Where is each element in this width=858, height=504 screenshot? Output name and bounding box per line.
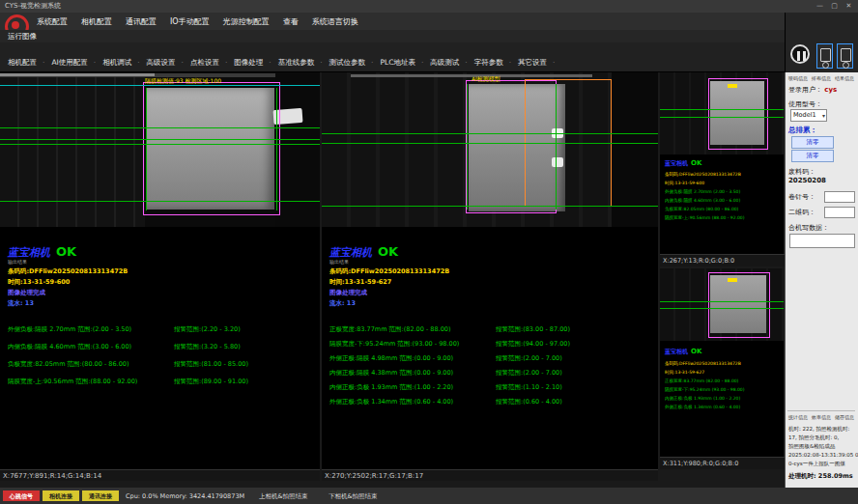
menu-camera-config[interactable]: 相机配置: [81, 16, 112, 27]
tab-run-image[interactable]: 运行图像: [8, 32, 37, 42]
toolbar-items: 相机配置 AI使用配置 相机调试 高级设置 点检设置 图像处理 基准线参数 测试…: [8, 58, 555, 68]
stats-tab[interactable]: 统计信息: [788, 414, 808, 420]
result-sub: 输出结果: [329, 259, 349, 265]
statusbar: 心跳信号 相机连接 通讯连接 Cpu: 0.0% Memory: 3424.41…: [0, 488, 858, 504]
camera-image-thumb-top[interactable]: [660, 72, 784, 154]
stats-tabs: 统计信息 效率信息 储存信息: [788, 414, 854, 420]
time-text: 时间:13-31-59-600: [665, 181, 704, 185]
batch-row: 废料码：: [788, 167, 815, 177]
divider: [787, 410, 855, 411]
minimize-icon[interactable]: —: [813, 0, 827, 13]
result-line: 蓝宝相机 OK: [665, 348, 701, 356]
maximize-icon[interactable]: ▢: [827, 0, 842, 13]
camera-link-indicator: 相机连接: [43, 490, 79, 501]
stats-line: 拍照图板&检陷成品: [788, 443, 835, 450]
barcode-text: 条码码:DFFliw2025020813313472B: [329, 267, 449, 276]
tb-ai-config[interactable]: AI使用配置: [51, 58, 96, 68]
tb-advanced-test[interactable]: 高级测试: [430, 58, 467, 68]
measurement-row: 负极宽度:82.05mm 范围:(80.00 - 86.00) 报警范围:(81…: [8, 360, 248, 369]
camera-lens-icon: [843, 62, 849, 69]
tb-other-settings[interactable]: 其它设置: [518, 58, 555, 68]
camera-image-left[interactable]: 隔膜检测值:93 检测区域:100: [0, 72, 320, 227]
batch-label: 废料码：: [788, 168, 815, 176]
tb-camera-debug[interactable]: 相机调试: [102, 58, 139, 68]
lower-camera-status: 下相机&拍照结束: [329, 492, 378, 501]
guide-line-green: [0, 201, 320, 202]
barcode-text: 条码码:DFFliw2025020813313472B: [665, 361, 741, 366]
guide-line-green: [660, 117, 784, 118]
stats-line: 0-cys一件上报队一图煤: [788, 461, 845, 467]
tb-baseline-params[interactable]: 基准线参数: [278, 58, 323, 68]
pixel-coords-left: X:7677;Y:891;R:14;G:14;B:14: [0, 469, 320, 481]
measurement-text: 外侧正极:隔膜 4.98mm 范围:(0.00 - 9.00): [329, 354, 496, 363]
serial-text: 流水: 13: [8, 299, 34, 308]
measurement-text: 正极宽度:83.77mm (82.00 - 88.00): [665, 378, 738, 383]
measurement-text: 内侧正极:负极 1.93mm 范围:(1.00 - 2.20): [329, 383, 496, 392]
result-line: 蓝宝相机 OK: [665, 159, 701, 168]
reset-count-button-1[interactable]: 清零: [791, 136, 834, 149]
menu-system-config[interactable]: 系统配置: [37, 16, 68, 27]
machine-write-label: 合机写数据：: [788, 223, 829, 233]
menu-io-manual-config[interactable]: IO手动配置: [170, 16, 210, 27]
close-icon[interactable]: ✕: [842, 0, 856, 13]
model-select[interactable]: Model1: [790, 109, 827, 122]
guide-line-green: [660, 301, 784, 302]
camera-image-thumb-bottom[interactable]: [660, 268, 784, 341]
window-title: CYS-视觉检测系统: [5, 2, 61, 10]
measurement-row: 隔膜宽度-上:90.56mm 范围:(88.00 - 92.00) 报警范围:(…: [8, 378, 248, 386]
menu-light-control-config[interactable]: 光源控制配置: [223, 16, 270, 27]
upper-camera-button[interactable]: [816, 43, 833, 69]
overlay-label: 隔膜检测值:93 检测区域:100: [145, 77, 221, 86]
qrcode-input[interactable]: [824, 207, 855, 218]
tb-camera-config[interactable]: 相机配置: [8, 58, 44, 68]
warn-range-text: 报警范围:(81.00 - 85.00): [174, 360, 248, 369]
roi-outline-magenta: [708, 272, 770, 338]
result-ok-badge: OK: [691, 348, 701, 355]
measurement-text: 外侧负极:隔膜 2.70mm (2.00 - 3.50): [665, 189, 740, 194]
tb-image-processing[interactable]: 图像处理: [234, 58, 271, 68]
stats-tab[interactable]: 效率信息: [812, 414, 831, 420]
reel-pin-input[interactable]: [824, 191, 855, 203]
pause-button[interactable]: [790, 44, 810, 64]
guide-line-green: [0, 144, 320, 145]
reset-count-button-2[interactable]: 清零: [791, 150, 834, 162]
machine-write-input[interactable]: [789, 234, 855, 248]
tb-char-params[interactable]: 字符参数: [474, 58, 511, 68]
tb-plc-address-table[interactable]: PLC地址表: [380, 58, 423, 68]
panel-tab[interactable]: 结果信息: [835, 75, 854, 81]
process-status-text: 图像处理完成: [8, 289, 45, 297]
camera-image-mid[interactable]: AI检测模型: [322, 72, 658, 227]
camera-lens-icon: [822, 62, 829, 69]
warn-range-text: 报警范围:(0.60 - 4.00): [496, 398, 562, 406]
measurement-row: 正极宽度:83.77mm 范围:(82.00 - 88.00) 报警范围:(83…: [329, 325, 570, 334]
tb-test-position-params[interactable]: 测试位参数: [329, 58, 374, 68]
stats-tab[interactable]: 储存信息: [835, 414, 854, 420]
menu-items: 系统配置 相机配置 通讯配置 IO手动配置 光源控制配置 查看 系统语言切换: [37, 16, 358, 27]
cpu-memory-text: Cpu: 0.0% Memory: 3424.41790873M: [126, 492, 244, 500]
camera-result-title: 蓝宝相机: [329, 245, 372, 260]
result-ok-badge: OK: [691, 159, 701, 167]
login-value: cys: [824, 86, 837, 94]
process-time-text: 处理机时: 258.09ms: [788, 472, 853, 481]
measurement-text: 内侧正极:负极 1.93mm (1.00 - 2.20): [665, 396, 740, 401]
overlay-mark: [728, 278, 737, 282]
camera-view-thumb-top: 蓝宝相机 OK 条码码:DFFliw2025020813313472B 时间:1…: [660, 72, 784, 266]
measurement-row: 外侧负极:隔膜 2.70mm 范围:(2.00 - 3.50) 报警范围:(2.…: [8, 325, 241, 334]
titlebar: CYS-视觉检测系统: [0, 0, 858, 13]
tb-advanced-settings[interactable]: 高级设置: [147, 58, 184, 68]
camera-view-mid: AI检测模型 蓝宝相机 OK 输出结果 条码码:DFFliw2025020813…: [322, 72, 658, 469]
lower-camera-button[interactable]: [837, 43, 853, 69]
time-text: 时间:13-31-59-627: [329, 278, 391, 287]
measurement-text: 正极宽度:83.77mm 范围:(82.00 - 88.00): [329, 325, 496, 334]
upper-camera-status: 上相机&拍照结束: [259, 492, 308, 501]
login-row: 登录用户： cys: [788, 85, 837, 95]
barcode-text: 条码码:DFFliw2025020813313472B: [8, 267, 128, 276]
guide-line-green: [660, 308, 784, 309]
panel-tab[interactable]: 排布信息: [812, 75, 831, 81]
tb-spot-check[interactable]: 点检设置: [190, 58, 227, 68]
panel-tab[interactable]: 喷码信息: [788, 75, 808, 81]
menu-comm-config[interactable]: 通讯配置: [126, 16, 157, 27]
menu-language-switch[interactable]: 系统语言切换: [312, 16, 358, 27]
guide-line-green: [660, 109, 784, 110]
menu-view[interactable]: 查看: [283, 16, 299, 27]
